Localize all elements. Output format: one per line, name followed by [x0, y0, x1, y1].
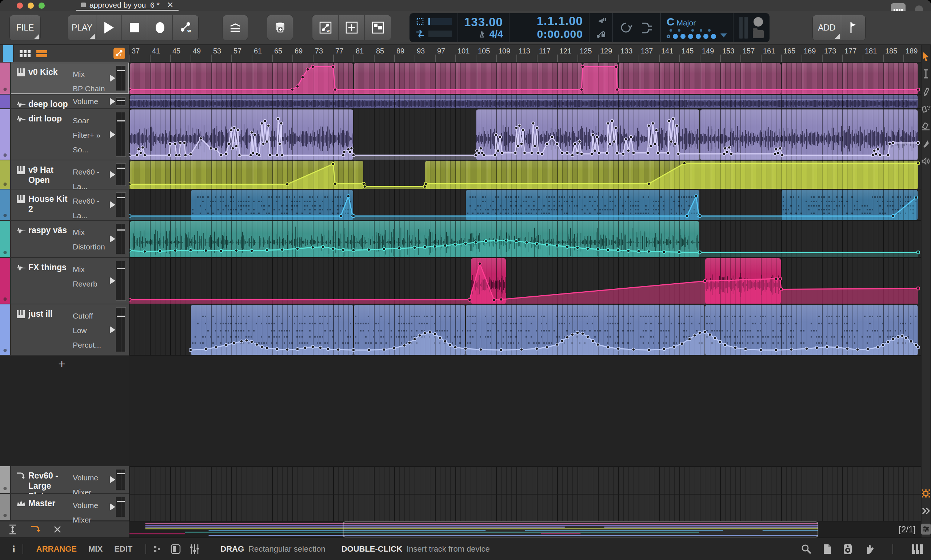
stop-button[interactable] [122, 15, 147, 40]
track-row[interactable]: FX thingsMixReverb [0, 258, 129, 305]
track-fader[interactable] [115, 65, 126, 91]
piano-icon[interactable] [911, 544, 924, 555]
double-chevron-icon[interactable] [921, 506, 931, 515]
expand-track-arrow[interactable] [110, 171, 115, 178]
tab-arrange[interactable]: ARRANGE [36, 545, 77, 554]
track-name[interactable]: dirt loop [28, 114, 71, 124]
plus-icon[interactable]: + [58, 358, 65, 369]
track-color-strip[interactable] [0, 305, 11, 355]
automation-write-button[interactable]: w [173, 15, 198, 40]
key-signature-section[interactable]: CMajor [661, 13, 734, 42]
maximize-window-button[interactable] [38, 3, 45, 9]
close-project-icon[interactable]: ✕ [167, 0, 174, 10]
file-menu-button[interactable]: FILE [9, 15, 41, 40]
minimize-window-button[interactable] [28, 3, 34, 9]
add-track-row[interactable]: + [0, 355, 129, 372]
spray-tool-icon[interactable] [921, 104, 931, 114]
search-icon[interactable] [801, 544, 812, 555]
layered-editing-button[interactable] [223, 15, 248, 40]
track-row[interactable]: House Kit 2Rev60 - La...Mixer [0, 189, 129, 221]
browser-button[interactable] [267, 15, 293, 40]
track-params[interactable]: VolumeMixer [73, 498, 109, 527]
track-name[interactable]: raspy väs [28, 225, 71, 235]
track-params[interactable]: MixDistortion [73, 225, 109, 254]
track-fader[interactable] [115, 307, 126, 352]
key-dropdown-caret[interactable] [720, 34, 727, 37]
track-color-strip[interactable] [0, 95, 11, 108]
info-icon[interactable]: i [12, 543, 15, 555]
track-row[interactable]: dirt loopSoarFilter+ » So... [0, 109, 129, 160]
expand-track-arrow[interactable] [110, 235, 115, 243]
expand-track-arrow[interactable] [110, 326, 115, 334]
track-name[interactable]: Master [28, 498, 71, 508]
eraser-tool-icon[interactable] [921, 122, 931, 131]
list-view-icon[interactable] [35, 49, 48, 58]
tempo-section[interactable]: 133.00 4/4 [458, 13, 509, 42]
mixer-sliders-icon[interactable] [189, 544, 200, 555]
track-params[interactable]: CutoffLow Percut... [73, 309, 109, 352]
track-name[interactable]: v0 Kick [28, 67, 71, 77]
track-params[interactable]: SoarFilter+ » So... [73, 114, 109, 157]
panel-layout-icon[interactable] [170, 544, 181, 555]
speaker-icon[interactable] [843, 543, 853, 555]
expand-tracks-icon[interactable] [8, 524, 17, 535]
record-button[interactable] [147, 15, 173, 40]
track-fader[interactable] [115, 163, 126, 186]
knife-tool-icon[interactable] [921, 139, 931, 148]
dual-display-icon[interactable] [154, 545, 162, 554]
project-tab[interactable]: approved by you_6 * ✕ [76, 0, 179, 11]
track-row[interactable]: v9 Hat OpenRev60 - La...Mixer [0, 160, 129, 189]
track-fader[interactable] [115, 469, 126, 490]
track-row[interactable]: MasterVolumeMixer [0, 494, 129, 521]
return-arrow-icon[interactable] [30, 525, 41, 535]
cue-marker-button[interactable] [841, 15, 865, 40]
loop-fade-section[interactable] [613, 13, 661, 42]
file-icon[interactable] [823, 544, 832, 555]
track-fader[interactable] [115, 261, 126, 301]
track-name[interactable]: FX things [28, 262, 71, 272]
track-color-strip[interactable] [0, 189, 11, 220]
track-color-strip[interactable] [0, 109, 11, 160]
tab-edit[interactable]: EDIT [114, 545, 132, 554]
pointer-tool-icon[interactable] [921, 52, 931, 61]
track-color-strip[interactable] [0, 221, 11, 257]
expand-track-arrow[interactable] [110, 98, 115, 105]
expand-track-arrow[interactable] [110, 503, 115, 511]
punch-section[interactable] [589, 13, 613, 42]
arrangement-minimap[interactable]: [2/1] [129, 521, 921, 537]
hand-icon[interactable] [863, 544, 874, 555]
detail-panel-icon[interactable] [921, 524, 931, 535]
add-lane-panel-button[interactable] [339, 15, 365, 40]
engine-section[interactable] [409, 13, 458, 42]
automation-panel-button[interactable]: w [312, 15, 339, 40]
arranger-canvas[interactable] [129, 63, 921, 521]
grid-view-icon[interactable] [19, 49, 31, 58]
expand-track-arrow[interactable] [110, 201, 115, 208]
close-window-button[interactable] [17, 3, 23, 9]
clear-icon[interactable] [53, 525, 62, 534]
track-row[interactable]: deep loopVolume [0, 95, 129, 109]
track-params[interactable]: MixReverb [73, 262, 109, 291]
track-fader[interactable] [115, 192, 126, 217]
track-fader[interactable] [115, 112, 126, 157]
track-row[interactable]: Rev60 - Large PlateVolumeMixer [0, 466, 129, 494]
mixed-view-button[interactable] [365, 15, 391, 40]
track-name[interactable]: deep loop [28, 99, 71, 109]
track-name[interactable]: just ill [28, 309, 71, 319]
track-color-strip[interactable] [0, 63, 11, 94]
track-name[interactable]: v9 Hat Open [28, 165, 71, 185]
track-params[interactable]: MixBP Chain [73, 67, 109, 96]
play-button[interactable] [96, 15, 122, 40]
add-track-button[interactable]: ADD [813, 15, 841, 40]
timeline-ruler[interactable]: 3741454953576165697377818589939710110510… [129, 45, 921, 63]
expand-track-arrow[interactable] [110, 476, 115, 483]
track-row[interactable]: v0 KickMixBP Chain [0, 63, 129, 95]
master-meter-section[interactable] [734, 13, 769, 42]
snap-settings-icon[interactable] [921, 489, 931, 498]
track-color-strip[interactable] [0, 466, 11, 493]
expand-track-arrow[interactable] [110, 75, 115, 82]
pen-tool-icon[interactable] [921, 86, 931, 96]
track-fader[interactable] [115, 97, 126, 105]
time-selection-tool-icon[interactable] [921, 69, 931, 78]
track-row[interactable]: raspy väsMixDistortion [0, 221, 129, 258]
